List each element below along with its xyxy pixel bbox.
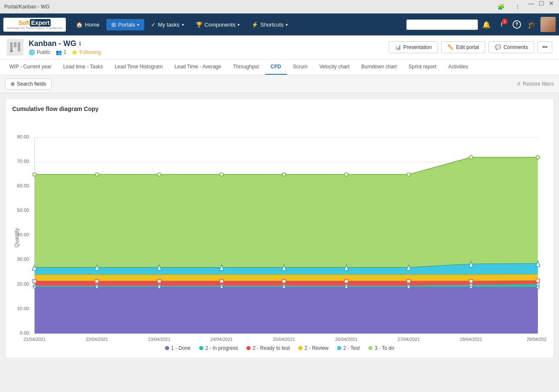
edit-portal-button[interactable]: ✏️ Edit portal — [441, 41, 485, 53]
legend-dot-ready — [246, 346, 251, 350]
info-icon[interactable]: ℹ — [79, 41, 81, 47]
legend-review: 2 - Review — [298, 345, 329, 351]
svg-text:28/04/2021: 28/04/2021 — [460, 337, 482, 341]
tab-wip[interactable]: WIP - Current year — [3, 59, 57, 75]
nav-shortcuts[interactable]: ⚡ Shortcuts ▾ — [246, 19, 293, 30]
edit-icon: ✏️ — [448, 44, 454, 50]
svg-text:60.00: 60.00 — [17, 183, 29, 188]
point-ready-3 — [157, 279, 161, 283]
svg-text:29/04/2021: 29/04/2021 — [527, 337, 547, 341]
legend-dot-review — [298, 346, 302, 350]
kanban-icon — [9, 41, 21, 53]
restore-filters-button[interactable]: ↺ Restore filters — [516, 81, 554, 87]
point-done-8 — [470, 286, 472, 289]
area-todo — [35, 157, 538, 268]
point-ready-7 — [407, 279, 410, 283]
point-todo-6 — [345, 173, 348, 176]
page-title-area: Kanban - WG ℹ 🌐 Public 👥 1 ⭐ Following — [29, 39, 101, 55]
svg-text:80.00: 80.00 — [17, 134, 29, 139]
comment-icon: 💬 — [495, 44, 501, 50]
legend-ready: 2 - Ready to test — [246, 345, 290, 351]
tab-leadtime-avg[interactable]: Lead Time - Average — [169, 59, 227, 75]
svg-text:22/04/2021: 22/04/2021 — [86, 337, 108, 341]
notification-badge: 1 — [502, 19, 508, 24]
point-todo-5 — [282, 173, 286, 176]
comments-button[interactable]: 💬 Comments — [489, 41, 534, 53]
svg-text:27/04/2021: 27/04/2021 — [397, 337, 420, 341]
avatar[interactable] — [540, 17, 556, 32]
portals-arrow: ▾ — [137, 22, 139, 27]
tab-sprint[interactable]: Sprint report — [402, 59, 442, 75]
tab-scrum[interactable]: Scrum — [287, 59, 313, 75]
more-options-btn[interactable]: ⋮ — [511, 0, 524, 14]
legend-dot-done — [165, 346, 169, 350]
svg-rect-2 — [18, 42, 20, 51]
page-icon — [7, 39, 24, 56]
following-meta[interactable]: ⭐ Following — [71, 49, 101, 55]
svg-text:0.00: 0.00 — [20, 330, 30, 335]
nav-home[interactable]: 🏠 Home — [71, 19, 105, 30]
svg-text:50.00: 50.00 — [17, 208, 29, 213]
tab-leadtime-tasks[interactable]: Lead time - Tasks — [57, 59, 109, 75]
search-fields-button[interactable]: ⊕ Search fields — [5, 78, 51, 89]
point-ready-9 — [536, 279, 540, 282]
more-button[interactable]: ••• — [537, 41, 552, 53]
page-title: Kanban - WG ℹ — [29, 39, 101, 48]
point-todo-8 — [469, 156, 473, 159]
point-done-5 — [283, 286, 285, 289]
legend-dot-todo — [368, 346, 373, 350]
maximize-button[interactable]: ☐ — [538, 0, 545, 7]
point-done-4 — [220, 286, 223, 289]
point-done-3 — [158, 286, 160, 289]
minimize-button[interactable]: — — [528, 0, 535, 7]
presentation-button[interactable]: 📊 Presentation — [389, 41, 438, 53]
tab-cfd[interactable]: CFD — [265, 59, 287, 75]
svg-rect-0 — [10, 42, 13, 50]
point-todo-7 — [407, 173, 410, 176]
trophy-icon: 🏆 — [196, 22, 203, 28]
search-input[interactable] — [406, 19, 478, 30]
tab-burndown[interactable]: Burndown chart — [355, 59, 402, 75]
tab-velocity[interactable]: Velocity chart — [313, 59, 355, 75]
chart-container: 0.00 10.00 20.00 30.00 40.00 50.00 60.00… — [12, 117, 547, 351]
alert-icon-btn[interactable]: ! 1 — [495, 18, 508, 31]
nav-components[interactable]: 🏆 Components ▾ — [191, 19, 245, 30]
close-button[interactable]: ✕ — [548, 0, 555, 7]
mytasks-arrow: ▾ — [182, 22, 184, 27]
portals-icon: ⊞ — [111, 22, 116, 28]
nav-mytasks[interactable]: ✓ My tasks ▾ — [146, 19, 189, 30]
shortcuts-arrow: ▾ — [286, 22, 288, 27]
bell-icon-btn[interactable]: 🔔 — [480, 18, 493, 31]
legend-test: 2 - Test — [337, 345, 360, 351]
top-nav: SoftExpert Software for Performance Exce… — [0, 14, 559, 35]
point-todo-2 — [95, 173, 98, 176]
point-ready-6 — [345, 279, 348, 283]
chart-area: Cumulative flow diagram Copy 0.00 10.00 … — [5, 98, 554, 358]
svg-text:25/04/2021: 25/04/2021 — [273, 337, 295, 341]
svg-text:21/04/2021: 21/04/2021 — [23, 337, 46, 341]
point-todo-3 — [157, 173, 161, 176]
area-done — [35, 287, 538, 334]
help-icon-btn[interactable]: ? — [510, 18, 524, 31]
title-bar-controls: 🧩 ⋮ — ☐ ✕ — [494, 0, 555, 14]
svg-rect-1 — [14, 42, 16, 47]
filters-bar: ⊕ Search fields ↺ Restore filters — [0, 75, 559, 93]
tab-throughput[interactable]: Throughput — [227, 59, 265, 75]
graduation-icon-btn[interactable]: 🎓 — [525, 18, 539, 31]
svg-text:20.00: 20.00 — [17, 281, 29, 287]
check-icon: ✓ — [151, 22, 156, 28]
page-meta: 🌐 Public 👥 1 ⭐ Following — [29, 49, 101, 55]
svg-text:30.00: 30.00 — [17, 257, 29, 262]
globe-icon: 🌐 — [29, 49, 35, 55]
point-todo-9 — [536, 156, 540, 159]
puzzle-icon-btn[interactable]: 🧩 — [494, 0, 508, 14]
legend-done: 1 - Done — [165, 345, 191, 351]
star-icon: ⭐ — [71, 49, 78, 55]
point-done-9 — [537, 286, 539, 289]
point-ready-8 — [469, 279, 473, 283]
logo-text: SoftExpert — [19, 19, 51, 26]
tab-activities[interactable]: Activities — [442, 59, 474, 75]
tab-leadtime-hist[interactable]: Lead Time Histogram — [109, 59, 169, 75]
point-done-2 — [95, 286, 98, 289]
nav-portals[interactable]: ⊞ Portals ▾ — [106, 19, 144, 30]
